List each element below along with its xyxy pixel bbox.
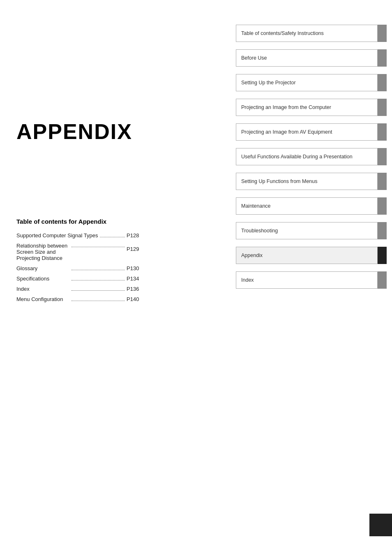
nav-tab-indicator-setting-menus [378, 173, 387, 190]
toc-page: P140 [127, 296, 139, 302]
nav-tab-label-index: Index [241, 277, 254, 283]
nav-tab-box-appendix[interactable]: Appendix [236, 247, 378, 264]
nav-tab-appendix[interactable]: Appendix [236, 247, 392, 264]
nav-tab-maintenance[interactable]: Maintenance [236, 197, 392, 215]
nav-tab-label-appendix: Appendix [241, 253, 263, 258]
nav-tab-box-toc[interactable]: Table of contents/Safety Instructions [236, 25, 378, 42]
right-nav: Table of contents/Safety Instructions Be… [236, 25, 392, 296]
page-title: APPENDIX [16, 119, 132, 144]
nav-tab-indicator-toc [378, 25, 387, 42]
nav-tab-label-projecting-computer: Projecting an Image from the Computer [241, 104, 331, 110]
toc-dots [71, 301, 125, 301]
nav-tab-indicator-before-use [378, 49, 387, 67]
nav-tab-box-setting-menus[interactable]: Setting Up Functions from Menus [236, 173, 378, 190]
nav-tab-label-before-use: Before Use [241, 55, 267, 61]
nav-tab-setting-menus[interactable]: Setting Up Functions from Menus [236, 173, 392, 190]
toc-page: P130 [127, 265, 139, 271]
page-container: APPENDIX Table of contents for Appendix … [0, 0, 392, 556]
nav-tab-box-projecting-computer[interactable]: Projecting an Image from the Computer [236, 99, 378, 116]
nav-tab-label-maintenance: Maintenance [241, 203, 271, 209]
nav-tab-label-setup-projector: Setting Up the Projector [241, 80, 296, 86]
nav-tab-indicator-maintenance [378, 197, 387, 215]
toc-entry-text: Index [16, 286, 70, 292]
nav-tab-indicator-projecting-computer [378, 99, 387, 116]
nav-tab-box-projecting-av[interactable]: Projecting an Image from AV Equipment [236, 123, 378, 141]
toc-dots [71, 247, 125, 247]
nav-tab-indicator-appendix [378, 247, 387, 264]
toc-page: P136 [127, 286, 139, 292]
toc-page: P134 [127, 276, 139, 282]
toc-heading: Table of contents for Appendix [16, 218, 139, 225]
corner-decoration [369, 514, 392, 536]
toc-dots [71, 290, 125, 291]
nav-tab-indicator-projecting-av [378, 123, 387, 141]
toc-entry-text: Relationship between Screen Size and Pro… [16, 243, 70, 261]
nav-tab-label-toc: Table of contents/Safety Instructions [241, 30, 324, 36]
toc-section: Table of contents for Appendix Supported… [16, 218, 139, 306]
nav-tab-box-maintenance[interactable]: Maintenance [236, 197, 378, 215]
nav-tab-projecting-av[interactable]: Projecting an Image from AV Equipment [236, 123, 392, 141]
nav-tab-index[interactable]: Index [236, 271, 392, 289]
nav-tab-label-troubleshooting: Troubleshooting [241, 228, 278, 234]
nav-tab-useful-functions[interactable]: Useful Functions Available During a Pres… [236, 148, 392, 165]
nav-tab-box-useful-functions[interactable]: Useful Functions Available During a Pres… [236, 148, 378, 165]
nav-tab-troubleshooting[interactable]: Troubleshooting [236, 222, 392, 239]
toc-dots [100, 237, 125, 237]
toc-entry: Index P136 [16, 286, 139, 292]
nav-tab-projecting-computer[interactable]: Projecting an Image from the Computer [236, 99, 392, 116]
nav-tab-label-useful-functions: Useful Functions Available During a Pres… [241, 154, 353, 160]
toc-page: P128 [127, 232, 139, 239]
nav-tab-label-setting-menus: Setting Up Functions from Menus [241, 178, 318, 184]
nav-tab-indicator-useful-functions [378, 148, 387, 165]
nav-tab-label-projecting-av: Projecting an Image from AV Equipment [241, 129, 332, 135]
toc-entry: Glossary P130 [16, 265, 139, 271]
nav-tab-indicator-index [378, 271, 387, 289]
toc-dots [71, 270, 125, 270]
toc-entry-text: Menu Configuration [16, 296, 70, 302]
nav-tab-indicator-setup-projector [378, 74, 387, 91]
nav-tab-toc[interactable]: Table of contents/Safety Instructions [236, 25, 392, 42]
toc-dots [71, 280, 125, 280]
nav-tab-before-use[interactable]: Before Use [236, 49, 392, 67]
nav-tab-box-troubleshooting[interactable]: Troubleshooting [236, 222, 378, 239]
toc-entry-text: Specifications [16, 276, 70, 282]
toc-page: P129 [127, 246, 139, 252]
toc-entry-text: Supported Computer Signal Types [16, 232, 98, 239]
nav-tab-box-setup-projector[interactable]: Setting Up the Projector [236, 74, 378, 91]
toc-entry: Supported Computer Signal Types P128 [16, 232, 139, 239]
toc-entry: Menu Configuration P140 [16, 296, 139, 302]
nav-tab-setup-projector[interactable]: Setting Up the Projector [236, 74, 392, 91]
toc-entry: Relationship between Screen Size and Pro… [16, 243, 139, 261]
nav-tab-indicator-troubleshooting [378, 222, 387, 239]
toc-entry: Specifications P134 [16, 276, 139, 282]
toc-entry-text: Glossary [16, 265, 70, 271]
nav-tab-box-index[interactable]: Index [236, 271, 378, 289]
nav-tab-box-before-use[interactable]: Before Use [236, 49, 378, 67]
